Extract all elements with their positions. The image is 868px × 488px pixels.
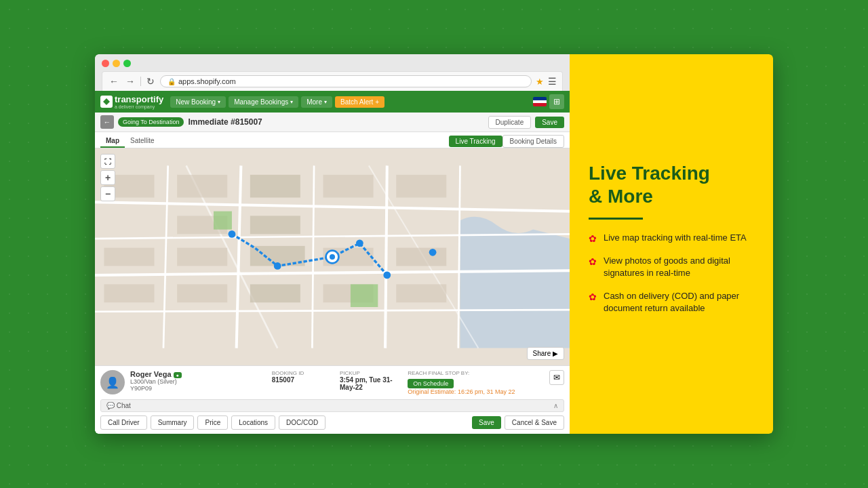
toolbar-separator — [140, 77, 141, 86]
tab-satellite[interactable]: Satellite — [125, 135, 160, 148]
browser-toolbar: ← → ↻ 🔒 apps.shopify.com ★ ☰ — [102, 71, 563, 91]
app-nav: transportify a deliverr company New Book… — [95, 91, 570, 113]
estimate-value: 16:26 pm, 31 May 22 — [458, 388, 515, 395]
flag-icon — [533, 97, 547, 106]
title-line2: & More — [589, 186, 653, 207]
svg-rect-23 — [396, 248, 446, 266]
zoom-out-button[interactable]: − — [100, 186, 115, 201]
svg-rect-26 — [250, 284, 300, 302]
back-button[interactable]: ← — [100, 115, 114, 129]
summary-button[interactable]: Summary — [151, 415, 195, 430]
batch-alert-button[interactable]: Batch Alert + — [335, 96, 384, 108]
svg-rect-20 — [177, 248, 227, 266]
back-button[interactable]: ← — [108, 76, 120, 87]
doc-cod-button[interactable]: DOC/COD — [279, 415, 326, 430]
driver-panel: 👤 Roger Vega ● L300/Van (Silver) Y90P09 … — [95, 365, 570, 434]
svg-rect-19 — [104, 248, 154, 266]
lock-icon: 🔒 — [167, 78, 176, 85]
star-icon-2: ✿ — [589, 256, 597, 267]
share-button[interactable]: Share ▶ — [527, 347, 564, 360]
forward-button[interactable]: → — [124, 76, 136, 87]
avatar-icon: 👤 — [106, 376, 119, 389]
svg-rect-30 — [351, 284, 378, 307]
svg-rect-24 — [104, 284, 154, 302]
on-schedule-badge: On Schedule — [408, 379, 454, 388]
new-booking-button[interactable]: New Booking ▾ — [170, 96, 226, 108]
cancel-save-button[interactable]: Cancel & Save — [505, 415, 564, 430]
reach-col: Reach Final Stop By: On Schedule Origina… — [408, 370, 544, 395]
right-panel: Live Tracking & More ✿ Live map tracking… — [570, 54, 773, 434]
batch-alert-label: Batch Alert + — [340, 98, 379, 106]
maximize-dot[interactable] — [123, 60, 131, 67]
browser-panel: ← → ↻ 🔒 apps.shopify.com ★ ☰ — [95, 54, 570, 434]
new-booking-label: New Booking — [176, 98, 216, 106]
svg-rect-15 — [250, 175, 300, 198]
panel-divider — [589, 218, 643, 220]
bookmark-icon[interactable]: ★ — [536, 77, 544, 87]
menu-icon[interactable]: ☰ — [548, 76, 557, 87]
driver-name-text: Roger Vega — [130, 370, 172, 378]
action-buttons: Call Driver Summary Price Locations DOC/… — [100, 415, 564, 430]
zoom-in-button[interactable]: + — [100, 170, 115, 185]
url-text: apps.shopify.com — [178, 77, 236, 85]
driver-details: Roger Vega ● L300/Van (Silver) Y90P09 — [130, 370, 267, 392]
feature-item-3: ✿ Cash on delivery (COD) and paper docum… — [589, 290, 754, 314]
manage-bookings-button[interactable]: Manage Bookings ▾ — [229, 96, 298, 108]
header-save-button[interactable]: Save — [535, 117, 564, 128]
booking-details-button[interactable]: Booking Details — [502, 135, 564, 148]
svg-point-38 — [330, 254, 335, 260]
manage-bookings-label: Manage Bookings — [234, 98, 288, 106]
map-tabs: Map Satellite Live Tracking Booking Deta… — [95, 132, 570, 148]
booking-id-col: Booking ID 815007 — [272, 370, 340, 395]
refresh-button[interactable]: ↻ — [145, 76, 156, 87]
online-badge: ● — [174, 372, 182, 378]
dropdown-arrow: ▾ — [290, 99, 293, 105]
tab-map[interactable]: Map — [100, 135, 125, 148]
save-button[interactable]: Save — [472, 416, 501, 429]
call-driver-button[interactable]: Call Driver — [100, 415, 147, 430]
live-tracking-button[interactable]: Live Tracking — [449, 136, 502, 147]
more-label: More — [307, 98, 322, 106]
chat-label: 💬 Chat — [106, 402, 553, 409]
feature-text-1: Live map tracking with real-time ETA — [604, 232, 747, 244]
driver-avatar: 👤 — [100, 370, 125, 394]
logo-mark — [100, 96, 113, 108]
panel-title: Live Tracking & More — [589, 162, 754, 207]
feature-text-3: Cash on delivery (COD) and paper documen… — [604, 290, 754, 314]
chat-toggle[interactable]: ∧ — [553, 402, 558, 409]
logo-text: transportify — [115, 94, 163, 104]
driver-plate: Y90P09 — [130, 385, 267, 392]
message-icon[interactable]: ✉ — [549, 370, 564, 385]
feature-item-2: ✿ View photos of goods and digital signa… — [589, 255, 754, 279]
svg-rect-25 — [177, 284, 227, 302]
grid-button[interactable]: ⊞ — [549, 94, 564, 109]
dropdown-arrow: ▾ — [324, 99, 327, 105]
logo-mark-inner — [103, 98, 110, 105]
title-line1: Live Tracking — [589, 163, 710, 184]
price-button[interactable]: Price — [197, 415, 228, 430]
map-area: ⛶ + − Share ▶ — [95, 148, 570, 365]
close-dot[interactable] — [102, 60, 109, 67]
locations-button[interactable]: Locations — [231, 415, 275, 430]
svg-rect-13 — [177, 175, 227, 198]
expand-button[interactable]: ⛶ — [100, 154, 115, 169]
driver-vehicle: L300/Van (Silver) — [130, 378, 267, 385]
duplicate-button[interactable]: Duplicate — [488, 116, 532, 129]
app-logo: transportify a deliverr company — [100, 94, 163, 110]
booking-id-value: 815007 — [272, 376, 340, 384]
main-container: ← → ↻ 🔒 apps.shopify.com ★ ☰ — [95, 54, 773, 434]
star-icon-3: ✿ — [589, 291, 597, 302]
url-bar[interactable]: 🔒 apps.shopify.com — [160, 75, 532, 87]
feature-text-2: View photos of goods and digital signatu… — [604, 255, 754, 279]
pickup-label: Pickup — [340, 370, 408, 376]
svg-rect-16 — [250, 216, 300, 234]
driver-name: Roger Vega ● — [130, 370, 267, 378]
feature-item-1: ✿ Live map tracking with real-time ETA — [589, 232, 754, 244]
svg-rect-28 — [396, 284, 446, 302]
minimize-dot[interactable] — [113, 60, 120, 67]
browser-chrome: ← → ↻ 🔒 apps.shopify.com ★ ☰ — [95, 54, 570, 91]
pickup-value: 3:54 pm, Tue 31-May-22 — [340, 376, 408, 391]
map-controls: ⛶ + − — [100, 154, 115, 201]
logo-text-container: transportify a deliverr company — [115, 94, 163, 110]
more-button[interactable]: More ▾ — [301, 96, 332, 108]
